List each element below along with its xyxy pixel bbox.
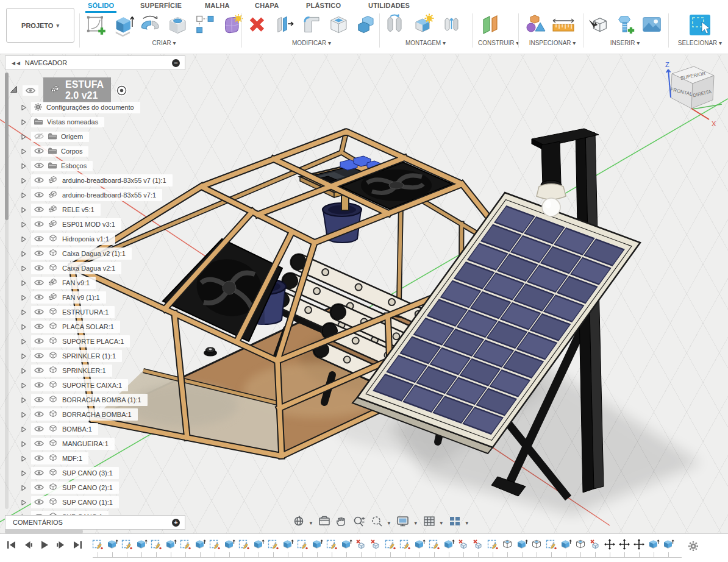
timeline-feature-extrude[interactable] <box>443 538 455 552</box>
collapse-panel-icon[interactable]: ◄◄ <box>10 60 20 66</box>
tree-item[interactable]: Corpos <box>21 144 88 158</box>
skip-to-start-button[interactable] <box>6 539 17 550</box>
visibility-eye-icon[interactable] <box>34 191 44 199</box>
timeline-feature-sketch[interactable] <box>91 538 104 552</box>
measure-icon[interactable] <box>523 12 548 39</box>
tree-item[interactable]: ESTRUTURA:1 <box>21 305 115 319</box>
expand-caret-icon[interactable] <box>21 484 27 492</box>
expand-caret-icon[interactable] <box>21 367 27 375</box>
expand-caret-icon[interactable] <box>21 250 27 258</box>
grid-dropdown-caret[interactable]: ▼ <box>439 521 444 526</box>
timeline-feature-sketch[interactable] <box>209 538 221 552</box>
expand-caret-icon[interactable] <box>21 118 27 126</box>
modify-group-label[interactable]: MODIFICAR ▾ <box>245 40 378 46</box>
timeline-feature-move[interactable] <box>633 538 645 552</box>
timeline-feature-extrude[interactable] <box>648 538 660 552</box>
expand-caret-icon[interactable] <box>21 177 27 185</box>
scrollbar-handle[interactable] <box>5 73 9 220</box>
measure-ruler-icon[interactable] <box>551 12 576 39</box>
timeline-feature-move[interactable] <box>618 538 630 552</box>
timeline-settings-gear-icon[interactable] <box>688 541 699 554</box>
visibility-eye-icon[interactable] <box>34 265 44 272</box>
timeline-feature-sketch[interactable] <box>545 538 557 552</box>
viewports-icon[interactable] <box>448 514 462 528</box>
tree-item[interactable]: Vistas nomeadas <box>21 115 104 129</box>
timeline-feature-shell[interactable] <box>501 538 513 552</box>
expand-caret-icon[interactable] <box>21 148 27 155</box>
visibility-eye-icon[interactable] <box>34 177 44 185</box>
activate-component-radio[interactable] <box>116 85 127 96</box>
expand-caret-icon[interactable] <box>21 265 27 272</box>
tree-item[interactable]: FAN v9:1 <box>21 276 96 290</box>
fillet-icon[interactable] <box>300 12 324 39</box>
hole-icon[interactable] <box>166 12 190 39</box>
insert-fastener-icon[interactable] <box>613 12 637 39</box>
press-pull-icon[interactable] <box>273 12 296 39</box>
tree-item[interactable]: SUP CANO (3):1 <box>21 466 119 480</box>
revolve-icon[interactable] <box>138 12 162 39</box>
timeline-feature-shell[interactable] <box>574 538 587 552</box>
tree-item[interactable]: SUP CANO (2):1 <box>21 481 119 494</box>
timeline-feature-sketch[interactable] <box>384 538 396 552</box>
visibility-eye-icon[interactable] <box>34 382 44 389</box>
tree-item[interactable]: SUPORTE PLACA:1 <box>21 335 130 348</box>
assemble-group-label[interactable]: MONTAGEM ▾ <box>383 40 468 46</box>
visibility-eye-icon[interactable] <box>34 484 44 492</box>
tree-item[interactable]: MANGUEIRA:1 <box>21 437 115 450</box>
visibility-eye-icon[interactable] <box>34 279 44 287</box>
timeline-feature-extrude[interactable] <box>194 538 206 552</box>
expand-caret-icon[interactable] <box>21 469 27 477</box>
visibility-eye-icon[interactable] <box>34 294 44 302</box>
step-back-button[interactable] <box>23 539 34 550</box>
timeline-feature-sketch[interactable] <box>326 538 338 552</box>
timeline-feature-suppressed[interactable] <box>355 538 367 552</box>
expand-caret-icon[interactable] <box>21 308 27 316</box>
tree-item[interactable]: PLACA SOLAR:1 <box>21 320 120 333</box>
combine-icon[interactable] <box>354 12 378 39</box>
expand-caret-icon[interactable] <box>21 221 27 229</box>
timeline-feature-extrude[interactable] <box>106 538 118 552</box>
add-comment-icon[interactable]: + <box>172 519 180 527</box>
timeline-feature-sketch[interactable] <box>296 538 309 552</box>
skip-to-end-button[interactable] <box>72 539 83 550</box>
tab-malha[interactable]: MALHA <box>202 1 232 11</box>
visibility-eye-icon[interactable] <box>34 221 44 229</box>
expand-caret-icon[interactable] <box>21 191 27 199</box>
inspect-group-label[interactable]: INSPECIONAR ▾ <box>523 40 582 46</box>
tree-item[interactable]: BOMBA:1 <box>21 422 98 436</box>
display-settings-icon[interactable] <box>395 514 411 528</box>
expand-caret-icon[interactable] <box>21 338 27 346</box>
tree-item[interactable]: Caixa Dagua v2 (1):1 <box>21 247 132 260</box>
tree-item[interactable]: SPRINKLER (1):1 <box>21 349 122 363</box>
timeline-feature-extrude[interactable] <box>135 538 148 552</box>
display-dropdown-caret[interactable]: ▼ <box>413 521 418 526</box>
timeline-feature-suppressed[interactable] <box>369 538 382 552</box>
visibility-eye-icon[interactable] <box>34 323 44 331</box>
expand-caret-icon[interactable] <box>21 323 27 331</box>
timeline-feature-sketch[interactable] <box>121 538 133 552</box>
select-icon[interactable] <box>688 12 712 39</box>
visibility-eye-icon[interactable] <box>34 499 44 507</box>
minimize-navigator-icon[interactable]: − <box>172 59 180 67</box>
visibility-eye-icon[interactable] <box>34 162 44 170</box>
look-at-tool-icon[interactable] <box>317 514 332 528</box>
play-button[interactable] <box>39 539 50 550</box>
navigator-root-item[interactable]: ESTUFA 2.0 v21 <box>10 84 127 97</box>
grid-settings-icon[interactable] <box>422 514 437 528</box>
extrude-icon[interactable] <box>112 12 135 39</box>
visibility-eye-icon[interactable] <box>34 250 44 258</box>
zoom-window-tool-icon[interactable] <box>369 514 384 528</box>
visibility-eye-icon[interactable] <box>34 148 44 155</box>
tree-item[interactable]: MDF:1 <box>21 452 88 465</box>
create-sketch-icon[interactable] <box>84 12 108 39</box>
root-expand-icon[interactable] <box>10 85 18 96</box>
project-menu-button[interactable]: PROJETO ▾ <box>6 8 74 43</box>
expand-caret-icon[interactable] <box>21 352 27 360</box>
tab-plástico[interactable]: PLÁSTICO <box>304 1 343 11</box>
visibility-eye-icon[interactable] <box>34 352 44 360</box>
step-forward-button[interactable] <box>55 539 66 550</box>
tree-item[interactable]: Configurações do documento <box>21 101 140 114</box>
timeline-feature-extrude[interactable] <box>662 538 674 552</box>
delete-icon[interactable] <box>245 12 269 39</box>
timeline-feature-sketch[interactable] <box>267 538 279 552</box>
